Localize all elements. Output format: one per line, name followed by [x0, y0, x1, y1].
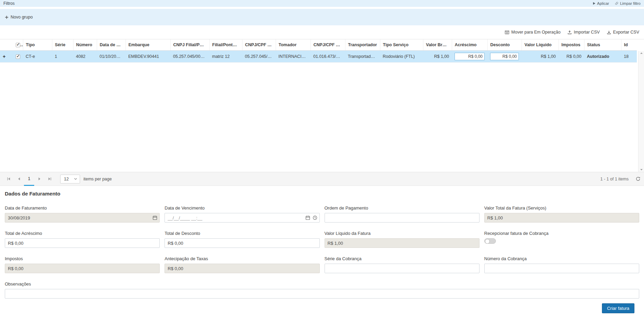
numero-cobranca-input[interactable]: [484, 264, 639, 273]
clear-filter-button[interactable]: Limpar filtro: [615, 1, 641, 5]
criar-fatura-button[interactable]: Criar fatura: [602, 303, 634, 313]
column-desconto[interactable]: Desconto: [487, 39, 522, 51]
column-id[interactable]: Id: [621, 39, 637, 51]
column-embarque[interactable]: Embarque: [126, 39, 170, 51]
clear-filter-label: Limpar filtro: [620, 1, 641, 5]
cell-transportador: Transportador 01: [345, 51, 380, 63]
column-numero[interactable]: Número: [73, 39, 97, 51]
column-tipo-servico[interactable]: Tipo Serviço: [380, 39, 423, 51]
field-observacoes: Observações: [5, 281, 639, 299]
serie-cobranca-label: Série da Cobrança: [325, 256, 479, 261]
next-page-button[interactable]: [34, 172, 44, 186]
cte-table: Tipo Série Número Data de Emiss... Embar…: [0, 39, 637, 63]
calendar-icon[interactable]: [153, 215, 157, 220]
ordem-pagamento-label: Ordem de Pagamento: [325, 205, 479, 211]
scroll-down-icon[interactable]: [640, 169, 643, 171]
export-csv-button[interactable]: Exportar CSV: [607, 30, 639, 35]
total-desconto-input[interactable]: [165, 238, 319, 248]
antecipacao-label: Antecipação de Taxas: [165, 256, 319, 261]
cell-cnpj-filial: 05.257.045/0001-60: [170, 51, 209, 63]
data-faturamento-input[interactable]: [5, 213, 160, 223]
cell-numero: 4082: [73, 51, 97, 63]
column-acrescimo[interactable]: Acréscimo: [452, 39, 487, 51]
column-data-emissao[interactable]: Data de Emiss...: [97, 39, 126, 51]
select-all-header[interactable]: [13, 39, 23, 51]
cell-tipo: CT-e: [23, 51, 52, 63]
first-page-button[interactable]: [3, 172, 14, 186]
toggle-knob: [485, 239, 490, 244]
import-csv-button[interactable]: Importar CSV: [567, 30, 600, 35]
column-cnpj-filial[interactable]: CNPJ Filial/Ponto de ...: [170, 39, 209, 51]
column-cnpj-transportador[interactable]: CNPJ/CPF Transp...: [311, 39, 345, 51]
field-total-desconto: Total de Desconto: [165, 231, 319, 248]
scroll-up-icon[interactable]: [640, 52, 643, 54]
previous-page-button[interactable]: [14, 172, 24, 186]
observacoes-label: Observações: [5, 281, 639, 287]
column-serie[interactable]: Série: [52, 39, 73, 51]
field-data-vencimento: Data de Vencimento: [165, 205, 319, 223]
calendar-icon[interactable]: [305, 215, 310, 220]
column-impostos[interactable]: Impostos: [558, 39, 584, 51]
select-all-checkbox[interactable]: [16, 43, 20, 47]
column-status[interactable]: Status: [584, 39, 621, 51]
impostos-input[interactable]: [5, 264, 160, 273]
grid-toolbar: Mover para Em Operação Importar CSV Expo…: [0, 25, 644, 39]
expand-column-header: [0, 39, 13, 51]
field-data-faturamento: Data de Faturamento: [5, 205, 160, 223]
move-to-operation-label: Mover para Em Operação: [511, 30, 561, 35]
pager-info-area: 1 - 1 of 1 items: [600, 176, 641, 181]
data-vencimento-input[interactable]: [165, 213, 319, 223]
column-transportador[interactable]: Transportador: [345, 39, 380, 51]
move-to-operation-button[interactable]: Mover para Em Operação: [505, 30, 561, 35]
numero-cobranca-label: Número da Cobrança: [484, 256, 639, 261]
cell-valor-bruto: R$ 1,00: [423, 51, 452, 63]
data-vencimento-label: Data de Vencimento: [165, 205, 319, 211]
column-filial[interactable]: Filial/Ponto de O...: [209, 39, 242, 51]
antecipacao-input[interactable]: [165, 264, 319, 273]
column-cnpj-tomador[interactable]: CNPJ/CPF Tomador: [242, 39, 276, 51]
cell-serie: 1: [52, 51, 73, 63]
valor-total-input[interactable]: [484, 213, 639, 223]
chevron-down-icon: [74, 178, 77, 180]
field-ordem-pagamento: Ordem de Pagamento: [325, 205, 479, 223]
cell-expand: [0, 51, 13, 63]
row-acrescimo-input[interactable]: [455, 53, 485, 60]
recepcionar-label: Recepcionar fatura de Cobrança: [484, 231, 639, 236]
field-serie-cobranca: Série da Cobrança: [325, 256, 479, 273]
field-impostos: Impostos: [5, 256, 160, 273]
refresh-icon[interactable]: [635, 176, 641, 181]
export-csv-label: Exportar CSV: [613, 30, 639, 35]
billing-title: Dados de Faturamento: [5, 191, 639, 197]
column-tomador[interactable]: Tomador: [276, 39, 311, 51]
download-icon: [607, 30, 611, 35]
clock-icon[interactable]: [313, 215, 317, 220]
new-group-button[interactable]: Novo grupo: [5, 15, 33, 20]
ordem-pagamento-input[interactable]: [325, 213, 479, 223]
serie-cobranca-input[interactable]: [325, 264, 479, 273]
status-badge: Autorizado: [584, 51, 621, 63]
apply-filter-button[interactable]: Aplicar: [592, 1, 609, 5]
current-page-button[interactable]: 1: [24, 172, 34, 186]
vertical-scrollbar[interactable]: [638, 51, 644, 172]
data-grid: Tipo Série Número Data de Emiss... Embar…: [0, 39, 644, 172]
field-valor-total: Valor Total da Fatura (Serviços): [484, 205, 639, 223]
cell-tomador: INTERNACIONAL E ...: [276, 51, 311, 63]
page-size-select[interactable]: 12: [60, 175, 80, 184]
import-csv-label: Importar CSV: [574, 30, 600, 35]
field-total-acrescimo: Total de Acréscimo: [5, 231, 160, 248]
column-valor-liquido[interactable]: Valor Líquido: [522, 39, 558, 51]
valor-liquido-input[interactable]: [325, 238, 479, 248]
observacoes-input[interactable]: [5, 289, 639, 299]
column-tipo[interactable]: Tipo: [23, 39, 52, 51]
cell-id: 18: [621, 51, 637, 63]
row-desconto-input[interactable]: [490, 53, 519, 60]
table-row[interactable]: CT-e 1 4082 01/10/2018 11:07 EMBDEV.9044…: [0, 51, 637, 63]
column-valor-bruto[interactable]: Valor Bruto: [423, 39, 452, 51]
row-checkbox[interactable]: [16, 54, 20, 59]
total-acrescimo-input[interactable]: [5, 238, 160, 248]
cell-valor-liquido: R$ 1,00: [522, 51, 558, 63]
expand-row-icon[interactable]: [3, 54, 5, 59]
last-page-button[interactable]: [44, 172, 55, 186]
recepcionar-toggle[interactable]: [484, 238, 496, 244]
billing-form: Data de Faturamento Data de Vencimento: [5, 205, 639, 299]
